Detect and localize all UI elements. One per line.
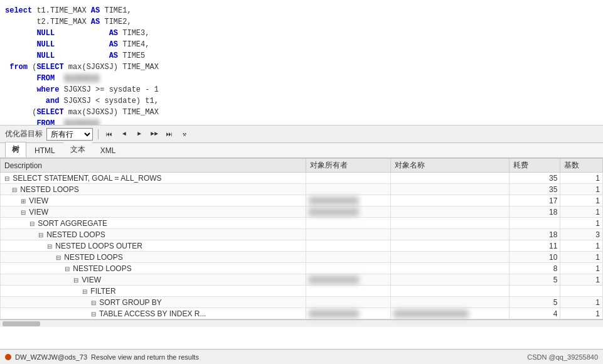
desc-cell: ⊟ NESTED LOOPS OUTER [1, 240, 306, 252]
card-cell: 1 [560, 240, 603, 252]
code-line: FROM BLURRED1 [5, 73, 598, 84]
collapse-icon[interactable]: ⊟ [29, 220, 35, 227]
col-description: Description [1, 159, 306, 173]
desc-cell: ⊟ VIEW [1, 274, 306, 286]
code-line: FROM BLURRED2 [5, 118, 598, 126]
cost-cell: 18 [510, 229, 560, 240]
collapse-icon[interactable]: ⊟ [38, 232, 43, 238]
table-row[interactable]: ⊟ TABLE ACCESS BY INDEX R...XXXXXXXXXXXX… [1, 308, 603, 319]
owner-cell [306, 286, 390, 297]
owner-cell [306, 184, 390, 195]
table-row[interactable]: ⊟ SORT AGGREGATE1 [1, 218, 603, 229]
name-cell [390, 263, 509, 274]
table-row[interactable]: ⊟ VIEWXXXXXXXXXX181 [1, 206, 603, 218]
code-line: (SELECT max(SJGXSJ) TIME_MAX [5, 107, 598, 118]
col-card: 基数 [560, 159, 603, 173]
desc-cell: ⊟ NESTED LOOPS [1, 252, 306, 263]
collapse-icon[interactable]: ⊟ [65, 265, 70, 272]
code-line: select t1.TIME_MAX AS TIME1, [5, 5, 598, 16]
tab-tree[interactable]: 树 [5, 142, 26, 158]
last-btn[interactable]: ⏭ [164, 129, 175, 140]
code-line: NULL AS TIME3, [5, 28, 598, 39]
card-cell: 1 [560, 195, 603, 206]
collapse-icon[interactable]: ⊟ [82, 288, 87, 295]
code-line: from (SELECT max(SJGXSJ) TIME_MAX [5, 62, 598, 73]
cost-cell: 11 [510, 240, 560, 252]
cost-cell: 10 [510, 252, 560, 263]
table-row[interactable]: ⊟ NESTED LOOPS101 [1, 252, 603, 263]
collapse-icon[interactable]: ⊟ [91, 311, 96, 318]
name-cell [390, 274, 509, 286]
collapse-icon[interactable]: ⊟ [21, 209, 26, 216]
code-line: t2.TIME_MAX AS TIME2, [5, 16, 598, 28]
tab-text[interactable]: 文本 [63, 142, 92, 158]
play-btn[interactable]: ► [134, 129, 145, 140]
next-btn[interactable]: ►► [149, 129, 160, 140]
cost-cell: 5 [510, 274, 560, 286]
table-row[interactable]: ⊟ SELECT STATEMENT, GOAL = ALL_ROWS351 [1, 173, 603, 184]
card-cell: 1 [560, 263, 603, 274]
tabs-row: 树 HTML 文本 XML [0, 143, 603, 158]
col-name: 对象名称 [390, 159, 509, 173]
expand-icon[interactable]: ⊞ [21, 198, 26, 205]
card-cell: 1 [560, 218, 603, 229]
code-line: NULL AS TIME4, [5, 39, 598, 50]
collapse-icon[interactable]: ⊟ [47, 243, 52, 250]
card-cell: 1 [560, 173, 603, 184]
tab-xml[interactable]: XML [93, 144, 123, 158]
owner-cell [306, 229, 390, 240]
cost-cell: 18 [510, 206, 560, 218]
optimizer-bar: 优化器目标 所有行第一行全部优化 ⏮ ◄ ► ►► ⏭ ⚒ [0, 126, 603, 143]
name-cell [390, 240, 509, 252]
card-cell: 1 [560, 308, 603, 319]
owner-cell [306, 240, 390, 252]
first-btn[interactable]: ⏮ [104, 129, 115, 140]
prev-btn[interactable]: ◄ [119, 129, 130, 140]
collapse-icon[interactable]: ⊟ [4, 175, 9, 182]
table-row[interactable]: ⊟ NESTED LOOPS183 [1, 229, 603, 240]
card-cell [560, 286, 603, 297]
name-cell [390, 229, 509, 240]
code-editor[interactable]: select t1.TIME_MAX AS TIME1, t2.TIME_MAX… [0, 0, 603, 126]
name-cell [390, 297, 509, 308]
owner-cell: XXXXXXXXXX [306, 274, 390, 286]
h-scrollbar[interactable] [0, 319, 603, 327]
cost-cell: 5 [510, 297, 560, 308]
table-area[interactable]: Description 对象所有者 对象名称 耗费 基数 ⊟ SELECT ST… [0, 158, 603, 349]
name-cell [390, 173, 509, 184]
collapse-icon[interactable]: ⊟ [73, 277, 78, 284]
h-scroll-thumb[interactable] [3, 321, 40, 326]
collapse-icon[interactable]: ⊟ [12, 186, 17, 193]
collapse-icon[interactable]: ⊟ [56, 254, 61, 261]
col-cost: 耗费 [510, 159, 560, 173]
owner-cell [306, 252, 390, 263]
table-row[interactable]: ⊟ FILTER [1, 286, 603, 297]
name-cell [390, 195, 509, 206]
name-cell [390, 252, 509, 263]
desc-cell: ⊟ TABLE ACCESS BY INDEX R... [1, 308, 306, 319]
table-row[interactable]: ⊟ NESTED LOOPS OUTER111 [1, 240, 603, 252]
tab-html[interactable]: HTML [28, 144, 62, 158]
optimizer-goal-select[interactable]: 所有行第一行全部优化 [46, 128, 93, 141]
collapse-icon[interactable]: ⊟ [91, 299, 96, 306]
status-bar: DW_WZWJW@ods_73 Resolve view and return … [0, 349, 603, 364]
name-cell [390, 184, 509, 195]
desc-cell: ⊞ VIEW [1, 195, 306, 206]
code-line: and SJGXSJ < sysdate) t1, [5, 95, 598, 107]
table-row[interactable]: ⊟ SORT GROUP BY51 [1, 297, 603, 308]
status-right: CSDN @qq_39255840 [527, 353, 598, 361]
status-indicator [5, 354, 11, 360]
table-row[interactable]: ⊟ NESTED LOOPS351 [1, 184, 603, 195]
optimizer-label: 优化器目标 [5, 129, 43, 139]
owner-cell [306, 263, 390, 274]
code-line: NULL AS TIME5 [5, 50, 598, 62]
desc-cell: ⊟ FILTER [1, 286, 306, 297]
table-row[interactable]: ⊟ VIEWXXXXXXXXXX51 [1, 274, 603, 286]
col-owner: 对象所有者 [306, 159, 390, 173]
table-row[interactable]: ⊟ NESTED LOOPS81 [1, 263, 603, 274]
card-cell: 1 [560, 297, 603, 308]
table-row[interactable]: ⊞ VIEWXXXXXXXXXX171 [1, 195, 603, 206]
desc-cell: ⊟ VIEW [1, 206, 306, 218]
wrench-btn[interactable]: ⚒ [179, 129, 190, 140]
desc-cell: ⊟ SELECT STATEMENT, GOAL = ALL_ROWS [1, 173, 306, 184]
